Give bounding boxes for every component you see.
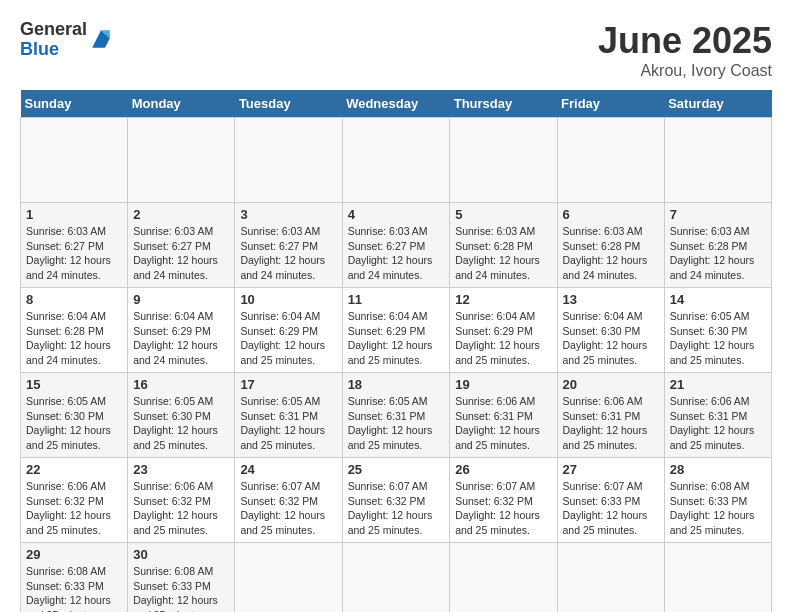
day-number: 24 xyxy=(240,462,336,477)
calendar-cell: 20Sunrise: 6:06 AMSunset: 6:31 PMDayligh… xyxy=(557,373,664,458)
calendar-cell xyxy=(450,543,557,613)
day-number: 6 xyxy=(563,207,659,222)
calendar-cell: 24Sunrise: 6:07 AMSunset: 6:32 PMDayligh… xyxy=(235,458,342,543)
day-number: 27 xyxy=(563,462,659,477)
logo-icon xyxy=(89,27,113,51)
calendar-cell xyxy=(21,118,128,203)
calendar-cell: 8Sunrise: 6:04 AMSunset: 6:28 PMDaylight… xyxy=(21,288,128,373)
day-number: 4 xyxy=(348,207,445,222)
week-row-4: 22Sunrise: 6:06 AMSunset: 6:32 PMDayligh… xyxy=(21,458,772,543)
day-info: Sunrise: 6:05 AMSunset: 6:30 PMDaylight:… xyxy=(26,394,122,453)
calendar-cell xyxy=(450,118,557,203)
day-info: Sunrise: 6:06 AMSunset: 6:31 PMDaylight:… xyxy=(455,394,551,453)
day-number: 18 xyxy=(348,377,445,392)
header-sunday: Sunday xyxy=(21,90,128,118)
logo-general-text: General xyxy=(20,20,87,40)
calendar-cell: 1Sunrise: 6:03 AMSunset: 6:27 PMDaylight… xyxy=(21,203,128,288)
day-info: Sunrise: 6:04 AMSunset: 6:29 PMDaylight:… xyxy=(348,309,445,368)
header: General Blue June 2025 Akrou, Ivory Coas… xyxy=(20,20,772,80)
day-number: 29 xyxy=(26,547,122,562)
week-row-2: 8Sunrise: 6:04 AMSunset: 6:28 PMDaylight… xyxy=(21,288,772,373)
calendar-cell xyxy=(235,118,342,203)
calendar-cell: 13Sunrise: 6:04 AMSunset: 6:30 PMDayligh… xyxy=(557,288,664,373)
header-friday: Friday xyxy=(557,90,664,118)
day-number: 13 xyxy=(563,292,659,307)
calendar-cell: 29Sunrise: 6:08 AMSunset: 6:33 PMDayligh… xyxy=(21,543,128,613)
day-number: 22 xyxy=(26,462,122,477)
day-info: Sunrise: 6:03 AMSunset: 6:27 PMDaylight:… xyxy=(240,224,336,283)
calendar-table: Sunday Monday Tuesday Wednesday Thursday… xyxy=(20,90,772,612)
calendar-cell: 26Sunrise: 6:07 AMSunset: 6:32 PMDayligh… xyxy=(450,458,557,543)
day-info: Sunrise: 6:07 AMSunset: 6:32 PMDaylight:… xyxy=(455,479,551,538)
day-info: Sunrise: 6:07 AMSunset: 6:33 PMDaylight:… xyxy=(563,479,659,538)
page-container: General Blue June 2025 Akrou, Ivory Coas… xyxy=(20,20,772,612)
week-row-0 xyxy=(21,118,772,203)
calendar-cell: 2Sunrise: 6:03 AMSunset: 6:27 PMDaylight… xyxy=(128,203,235,288)
day-number: 5 xyxy=(455,207,551,222)
calendar-cell: 28Sunrise: 6:08 AMSunset: 6:33 PMDayligh… xyxy=(664,458,771,543)
logo: General Blue xyxy=(20,20,113,60)
day-number: 15 xyxy=(26,377,122,392)
location-title: Akrou, Ivory Coast xyxy=(598,62,772,80)
day-number: 14 xyxy=(670,292,766,307)
calendar-cell: 23Sunrise: 6:06 AMSunset: 6:32 PMDayligh… xyxy=(128,458,235,543)
calendar-cell xyxy=(128,118,235,203)
day-info: Sunrise: 6:03 AMSunset: 6:27 PMDaylight:… xyxy=(348,224,445,283)
calendar-cell: 21Sunrise: 6:06 AMSunset: 6:31 PMDayligh… xyxy=(664,373,771,458)
calendar-cell xyxy=(664,118,771,203)
calendar-cell: 12Sunrise: 6:04 AMSunset: 6:29 PMDayligh… xyxy=(450,288,557,373)
day-number: 28 xyxy=(670,462,766,477)
header-saturday: Saturday xyxy=(664,90,771,118)
calendar-cell: 7Sunrise: 6:03 AMSunset: 6:28 PMDaylight… xyxy=(664,203,771,288)
day-info: Sunrise: 6:05 AMSunset: 6:31 PMDaylight:… xyxy=(240,394,336,453)
day-info: Sunrise: 6:06 AMSunset: 6:31 PMDaylight:… xyxy=(563,394,659,453)
calendar-cell: 11Sunrise: 6:04 AMSunset: 6:29 PMDayligh… xyxy=(342,288,450,373)
calendar-cell: 17Sunrise: 6:05 AMSunset: 6:31 PMDayligh… xyxy=(235,373,342,458)
day-number: 19 xyxy=(455,377,551,392)
title-section: June 2025 Akrou, Ivory Coast xyxy=(598,20,772,80)
calendar-cell xyxy=(664,543,771,613)
calendar-cell: 10Sunrise: 6:04 AMSunset: 6:29 PMDayligh… xyxy=(235,288,342,373)
week-row-3: 15Sunrise: 6:05 AMSunset: 6:30 PMDayligh… xyxy=(21,373,772,458)
day-info: Sunrise: 6:04 AMSunset: 6:29 PMDaylight:… xyxy=(133,309,229,368)
calendar-cell: 19Sunrise: 6:06 AMSunset: 6:31 PMDayligh… xyxy=(450,373,557,458)
day-info: Sunrise: 6:08 AMSunset: 6:33 PMDaylight:… xyxy=(133,564,229,612)
day-info: Sunrise: 6:03 AMSunset: 6:27 PMDaylight:… xyxy=(26,224,122,283)
calendar-cell: 27Sunrise: 6:07 AMSunset: 6:33 PMDayligh… xyxy=(557,458,664,543)
calendar-cell xyxy=(342,118,450,203)
day-info: Sunrise: 6:06 AMSunset: 6:32 PMDaylight:… xyxy=(133,479,229,538)
day-info: Sunrise: 6:03 AMSunset: 6:28 PMDaylight:… xyxy=(455,224,551,283)
day-info: Sunrise: 6:08 AMSunset: 6:33 PMDaylight:… xyxy=(670,479,766,538)
calendar-cell xyxy=(557,118,664,203)
week-row-1: 1Sunrise: 6:03 AMSunset: 6:27 PMDaylight… xyxy=(21,203,772,288)
day-info: Sunrise: 6:03 AMSunset: 6:28 PMDaylight:… xyxy=(670,224,766,283)
calendar-cell: 18Sunrise: 6:05 AMSunset: 6:31 PMDayligh… xyxy=(342,373,450,458)
calendar-cell: 4Sunrise: 6:03 AMSunset: 6:27 PMDaylight… xyxy=(342,203,450,288)
calendar-cell: 5Sunrise: 6:03 AMSunset: 6:28 PMDaylight… xyxy=(450,203,557,288)
day-number: 21 xyxy=(670,377,766,392)
month-title: June 2025 xyxy=(598,20,772,62)
day-number: 30 xyxy=(133,547,229,562)
day-number: 9 xyxy=(133,292,229,307)
day-number: 23 xyxy=(133,462,229,477)
day-info: Sunrise: 6:08 AMSunset: 6:33 PMDaylight:… xyxy=(26,564,122,612)
day-info: Sunrise: 6:04 AMSunset: 6:29 PMDaylight:… xyxy=(240,309,336,368)
week-row-5: 29Sunrise: 6:08 AMSunset: 6:33 PMDayligh… xyxy=(21,543,772,613)
header-thursday: Thursday xyxy=(450,90,557,118)
calendar-cell xyxy=(235,543,342,613)
calendar-cell: 3Sunrise: 6:03 AMSunset: 6:27 PMDaylight… xyxy=(235,203,342,288)
day-number: 3 xyxy=(240,207,336,222)
day-number: 17 xyxy=(240,377,336,392)
logo-blue-text: Blue xyxy=(20,40,87,60)
day-info: Sunrise: 6:03 AMSunset: 6:28 PMDaylight:… xyxy=(563,224,659,283)
day-info: Sunrise: 6:07 AMSunset: 6:32 PMDaylight:… xyxy=(240,479,336,538)
day-info: Sunrise: 6:07 AMSunset: 6:32 PMDaylight:… xyxy=(348,479,445,538)
day-number: 7 xyxy=(670,207,766,222)
day-number: 12 xyxy=(455,292,551,307)
day-info: Sunrise: 6:05 AMSunset: 6:30 PMDaylight:… xyxy=(670,309,766,368)
calendar-cell xyxy=(342,543,450,613)
day-number: 1 xyxy=(26,207,122,222)
calendar-cell: 22Sunrise: 6:06 AMSunset: 6:32 PMDayligh… xyxy=(21,458,128,543)
day-number: 2 xyxy=(133,207,229,222)
day-number: 11 xyxy=(348,292,445,307)
